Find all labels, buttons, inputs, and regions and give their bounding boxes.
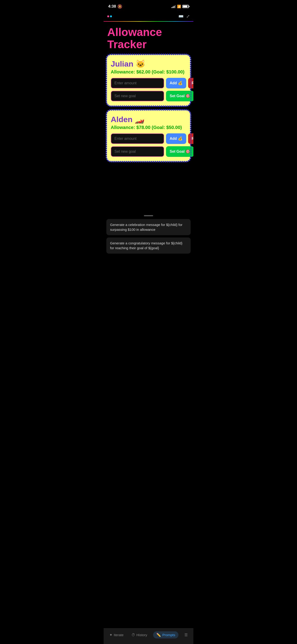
alden-card: Alden 🏎️ Allowance: $78.00 (Goal: $50.00…	[106, 110, 191, 162]
prompts-section: Generate a celebration message for ${chi…	[104, 215, 194, 254]
alden-remove-button[interactable]: Remove 🚫	[188, 133, 194, 144]
alden-name: Alden 🏎️	[111, 115, 186, 124]
julian-amount-input[interactable]	[111, 78, 164, 88]
expand-icon[interactable]: ⤢	[186, 14, 190, 19]
bell-icon: 🔕	[118, 4, 122, 9]
toolbar-bar: ⌨️ ⤢	[104, 12, 194, 22]
wifi-icon: 📶	[177, 4, 181, 8]
page-title: Allowance Tracker	[104, 22, 194, 54]
signal-icon	[172, 5, 176, 8]
keyboard-icon[interactable]: ⌨️	[178, 14, 184, 19]
app-dots	[107, 16, 112, 17]
alden-add-button[interactable]: Add 💰	[166, 133, 186, 144]
battery-icon	[182, 5, 189, 8]
dot-cyan	[110, 16, 112, 17]
status-time: 4:38 🔕	[108, 4, 122, 9]
julian-amount-row: Add 💰 Remove 🚫	[111, 78, 186, 88]
julian-emoji: 🐱	[136, 60, 145, 68]
julian-goal-input[interactable]	[111, 91, 164, 101]
julian-remove-button[interactable]: Remove 🚫	[188, 78, 194, 88]
prompt-item-1[interactable]: Generate a celebration message for ${chi…	[106, 219, 191, 235]
julian-allowance: Allowance: $62.00 (Goal: $100.00)	[111, 69, 186, 75]
status-bar: 4:38 🔕 📶	[104, 0, 194, 12]
julian-card: Julian 🐱 Allowance: $62.00 (Goal: $100.0…	[106, 54, 191, 106]
julian-set-goal-button[interactable]: Set Goal 🎯	[166, 91, 194, 101]
alden-name-text: Alden	[111, 115, 132, 124]
drag-handle	[144, 215, 153, 216]
julian-name: Julian 🐱	[111, 59, 186, 68]
toolbar-right-icons: ⌨️ ⤢	[178, 14, 190, 19]
time-display: 4:38	[108, 4, 116, 9]
julian-add-button[interactable]: Add 💰	[166, 78, 186, 88]
alden-set-goal-button[interactable]: Set Goal 🎯	[166, 146, 194, 157]
dot-pink	[107, 16, 109, 17]
julian-name-text: Julian	[111, 60, 133, 68]
prompt-item-2[interactable]: Generate a congratulatory message for ${…	[106, 238, 191, 254]
status-icons: 📶	[172, 4, 189, 8]
alden-allowance: Allowance: $78.00 (Goal: $50.00)	[111, 125, 186, 130]
alden-amount-input[interactable]	[111, 133, 164, 144]
julian-goal-row: Set Goal 🎯	[111, 91, 186, 101]
spacer	[104, 166, 194, 212]
alden-amount-row: Add 💰 Remove 🚫	[111, 133, 186, 144]
alden-goal-row: Set Goal 🎯	[111, 146, 186, 157]
alden-goal-input[interactable]	[111, 146, 164, 157]
alden-emoji: 🏎️	[135, 115, 144, 124]
